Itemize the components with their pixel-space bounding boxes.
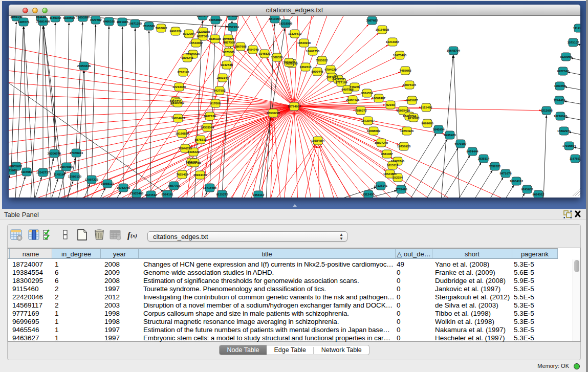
svg-text:9024512: 9024512 [145,193,157,196]
svg-text:1209358: 1209358 [554,84,566,87]
svg-text:8524161: 8524161 [161,192,173,196]
svg-text:5498222: 5498222 [187,150,200,154]
svg-text:9827500: 9827500 [197,34,209,38]
svg-text:8938923: 8938923 [444,133,456,137]
svg-text:8813054: 8813054 [269,17,281,20]
svg-text:9777169: 9777169 [335,80,347,84]
svg-text:16210643: 16210643 [554,114,568,118]
svg-text:1733426: 1733426 [395,187,407,191]
svg-text:16782759: 16782759 [117,186,130,189]
svg-text:19218506: 19218506 [279,21,293,25]
svg-text:2867608: 2867608 [234,45,247,48]
svg-text:8454749: 8454749 [247,48,259,51]
svg-text:18300295: 18300295 [267,111,280,115]
svg-text:1405571: 1405571 [17,20,30,24]
svg-text:11325419: 11325419 [288,32,302,35]
svg-text:2718126: 2718126 [177,70,189,74]
svg-text:9135272: 9135272 [216,192,228,196]
svg-text:9154373: 9154373 [197,16,209,17]
svg-text:9699695: 9699695 [421,121,433,125]
svg-text:10671355: 10671355 [128,21,142,25]
svg-text:8878312: 8878312 [194,138,207,141]
svg-text:9338596: 9338596 [63,16,75,19]
svg-text:18724007: 18724007 [288,104,301,108]
svg-text:12213389: 12213389 [172,85,186,89]
svg-text:3824554: 3824554 [361,91,373,95]
svg-text:17359924: 17359924 [70,151,83,155]
svg-text:16914479: 16914479 [193,173,207,177]
svg-text:1640954: 1640954 [432,127,445,131]
svg-text:1615112: 1615112 [387,163,399,167]
svg-text:20691406: 20691406 [36,19,50,23]
svg-text:8267130: 8267130 [204,114,216,118]
svg-text:18524851: 18524851 [383,172,397,176]
svg-text:8912954: 8912954 [183,32,195,35]
svg-text:9896243: 9896243 [181,56,193,59]
svg-text:20364436: 20364436 [346,98,360,101]
svg-text:16120746: 16120746 [391,159,405,163]
svg-text:9146821: 9146821 [258,52,271,55]
svg-text:19166829: 19166829 [176,132,189,135]
svg-text:1244419: 1244419 [553,98,565,102]
svg-text:1546327: 1546327 [222,37,234,40]
svg-text:29975887: 29975887 [60,165,74,168]
svg-text:2803144: 2803144 [216,76,229,79]
svg-text:19756928: 19756928 [397,144,411,148]
svg-text:7625402: 7625402 [176,172,188,176]
svg-text:19654983: 19654983 [171,116,185,120]
svg-text:6479197: 6479197 [454,142,467,145]
svg-text:20206576: 20206576 [48,151,61,155]
svg-text:10025438: 10025438 [397,108,410,112]
svg-text:7515526: 7515526 [143,24,155,28]
svg-text:2069140: 2069140 [10,16,23,18]
svg-text:9329966: 9329966 [560,55,572,58]
svg-text:16053809: 16053809 [209,18,223,21]
svg-text:9624512: 9624512 [532,192,545,196]
svg-text:18107552: 18107552 [171,101,185,104]
svg-text:22420046: 22420046 [186,52,200,56]
svg-text:9463627: 9463627 [406,98,418,102]
svg-text:13226058: 13226058 [197,30,210,33]
svg-text:2087682: 2087682 [366,18,378,22]
svg-text:16961758: 16961758 [306,49,320,53]
svg-text:8213958: 8213958 [540,108,553,112]
svg-text:(x): (x) [130,232,137,239]
svg-text:1145194: 1145194 [54,172,66,176]
svg-text:12923468: 12923468 [130,191,144,195]
svg-text:9960124: 9960124 [169,29,182,33]
svg-text:7357224: 7357224 [227,25,239,29]
svg-text:10958127: 10958127 [101,182,115,185]
svg-text:8471676: 8471676 [499,171,512,175]
svg-text:1167533: 1167533 [570,157,580,160]
svg-text:14136141: 14136141 [374,184,388,187]
svg-text:9827508: 9827508 [223,40,235,44]
svg-text:12342737: 12342737 [36,170,50,174]
svg-text:10688609: 10688609 [367,129,381,133]
svg-text:15692971: 15692971 [557,129,571,133]
svg-text:1575107: 1575107 [567,40,579,44]
svg-text:15716485: 15716485 [203,186,217,189]
svg-text:10807487: 10807487 [372,96,386,100]
svg-text:7886372: 7886372 [355,108,367,112]
svg-text:9115460: 9115460 [421,105,432,109]
svg-text:3915975: 3915975 [9,168,17,172]
svg-text:1588520: 1588520 [271,55,283,59]
svg-text:9242848: 9242848 [221,63,233,67]
svg-text:19384554: 19384554 [311,139,325,142]
svg-text:18807249: 18807249 [375,141,388,144]
svg-text:1071915: 1071915 [116,20,128,24]
svg-text:7832621: 7832621 [489,164,501,168]
svg-text:3673685: 3673685 [223,50,235,54]
svg-text:6794028: 6794028 [324,68,337,71]
svg-text:10653287: 10653287 [76,16,90,19]
svg-text:3822037: 3822037 [283,60,295,64]
svg-text:9684067: 9684067 [381,152,393,156]
svg-text:8186328: 8186328 [209,37,221,40]
svg-text:1849584: 1849584 [407,116,420,119]
svg-text:10046765: 10046765 [179,146,192,150]
svg-text:12975115: 12975115 [403,83,417,86]
svg-text:14099489: 14099489 [188,161,202,164]
svg-text:9474444: 9474444 [466,149,478,153]
svg-text:1527602: 1527602 [90,18,102,21]
svg-text:10654112: 10654112 [510,179,524,183]
